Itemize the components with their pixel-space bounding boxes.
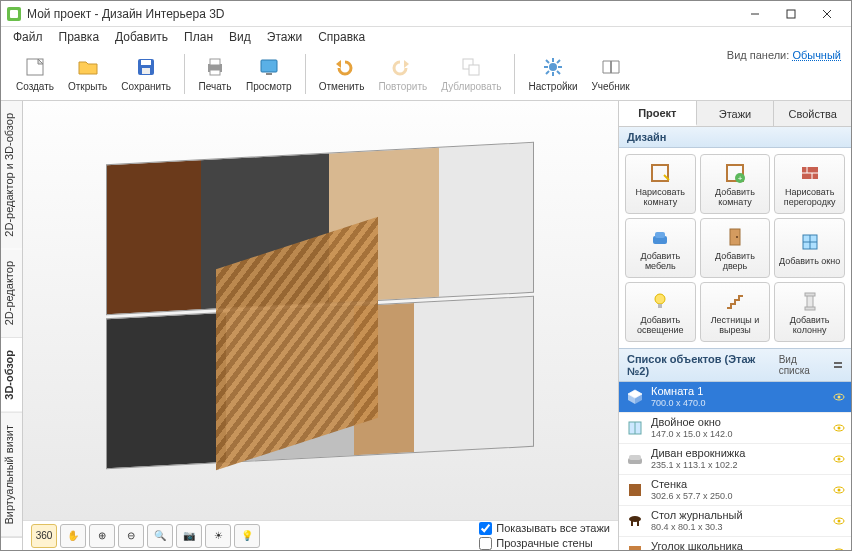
add-window-button[interactable]: Добавить окно [774,218,845,278]
vtab-0[interactable]: 2D-редактор и 3D-обзор [1,101,22,249]
redo-button: Повторить [371,50,434,98]
duplicate-button: Дублировать [434,50,508,98]
object-icon [625,480,645,500]
tutorial-button[interactable]: Учебник [585,50,637,98]
open-button[interactable]: Открыть [61,50,114,98]
object-item[interactable]: Стол журнальный80.4 x 80.1 x 30.3 [619,506,851,537]
object-item[interactable]: Диван еврокнижка235.1 x 113.1 x 102.2 [619,444,851,475]
svg-point-61 [838,488,841,491]
svg-text:+: + [738,174,743,183]
svg-line-22 [546,60,549,63]
vtab-3[interactable]: Виртуальный визит [1,413,22,538]
add-furniture-button[interactable]: Добавить мебель [625,218,696,278]
menu-0[interactable]: Файл [5,28,51,46]
bulb-icon[interactable]: 💡 [234,524,260,548]
visibility-icon[interactable] [833,515,845,527]
side-tab-2[interactable]: Свойства [774,101,851,126]
svg-rect-16 [469,65,479,75]
svg-rect-9 [142,68,150,74]
minimize-button[interactable] [737,3,773,25]
visibility-icon[interactable] [833,422,845,434]
zoom-fit-icon[interactable]: 🔍 [147,524,173,548]
svg-line-23 [557,71,560,74]
show-all-floors-checkbox[interactable]: Показывать все этажи [479,522,610,535]
svg-rect-59 [629,484,641,496]
save-icon [134,55,158,79]
menu-4[interactable]: Вид [221,28,259,46]
svg-point-17 [549,63,557,71]
hand-icon[interactable]: ✋ [60,524,86,548]
object-item[interactable]: Комната 1700.0 x 470.0 [619,382,851,413]
stairs-button[interactable]: Лестницы и вырезы [700,282,771,342]
object-item[interactable]: Двойное окно147.0 x 15.0 x 142.0 [619,413,851,444]
visibility-icon[interactable] [833,484,845,496]
preview-button[interactable]: Просмотр [239,50,299,98]
360-icon[interactable]: 360 [31,524,57,548]
print-button[interactable]: Печать [191,50,239,98]
settings-button[interactable]: Настройки [521,50,584,98]
transparent-walls-checkbox[interactable]: Прозрачные стены [479,537,610,550]
side-tab-0[interactable]: Проект [619,101,697,126]
visibility-icon[interactable] [833,546,845,550]
menu-3[interactable]: План [176,28,221,46]
viewport-3d[interactable] [23,101,618,520]
create-button[interactable]: Создать [9,50,61,98]
svg-point-38 [736,236,738,238]
sun-icon[interactable]: ☀ [205,524,231,548]
svg-rect-8 [141,60,151,65]
menu-6[interactable]: Справка [310,28,373,46]
svg-point-54 [838,426,841,429]
menu-1[interactable]: Правка [51,28,108,46]
print-icon [203,55,227,79]
add-column-icon [798,289,822,313]
zoom-out-icon[interactable]: ⊖ [118,524,144,548]
svg-rect-12 [210,70,220,75]
zoom-in-icon[interactable]: ⊕ [89,524,115,548]
menu-5[interactable]: Этажи [259,28,310,46]
add-window-icon [798,230,822,254]
tutorial-icon [599,55,623,79]
svg-rect-63 [631,521,633,526]
stairs-icon [723,289,747,313]
panel-mode-link[interactable]: Обычный [792,49,841,61]
camera-icon[interactable]: 📷 [176,524,202,548]
add-column-button[interactable]: Добавить колонну [774,282,845,342]
side-tab-1[interactable]: Этажи [697,101,775,126]
save-button[interactable]: Сохранить [114,50,178,98]
open-icon [76,55,100,79]
panel-mode: Вид панели: Обычный [727,49,841,61]
redo-icon [391,55,415,79]
objlist-title: Список объектов (Этаж №2) [627,353,779,377]
add-furniture-icon [648,225,672,249]
draw-wall-button[interactable]: Нарисовать перегородку [774,154,845,214]
draw-room-icon [648,161,672,185]
add-room-button[interactable]: +Добавить комнату [700,154,771,214]
svg-rect-67 [629,546,641,550]
objlist-view-toggle[interactable]: Вид списка [779,354,843,376]
add-light-button[interactable]: Добавить освещение [625,282,696,342]
duplicate-icon [459,55,483,79]
undo-button[interactable]: Отменить [312,50,372,98]
vtab-1[interactable]: 2D-редактор [1,249,22,338]
visibility-icon[interactable] [833,453,845,465]
add-light-icon [648,289,672,313]
object-icon [625,387,645,407]
menu-2[interactable]: Добавить [107,28,176,46]
preview-icon [257,55,281,79]
svg-point-68 [834,549,844,550]
visibility-icon[interactable] [833,391,845,403]
svg-rect-46 [805,307,815,310]
object-item[interactable]: Стенка302.6 x 57.7 x 250.0 [619,475,851,506]
svg-rect-45 [805,293,815,296]
close-button[interactable] [809,3,845,25]
create-icon [23,55,47,79]
object-item[interactable]: Уголок школьника197.6 x 81.1 x 179.0 [619,537,851,550]
maximize-button[interactable] [773,3,809,25]
vtab-2[interactable]: 3D-обзор [1,338,22,413]
app-icon [7,7,21,21]
add-door-button[interactable]: Добавить дверь [700,218,771,278]
svg-rect-47 [834,362,842,364]
draw-room-button[interactable]: Нарисовать комнату [625,154,696,214]
svg-rect-3 [787,10,795,18]
svg-rect-27 [652,165,668,181]
